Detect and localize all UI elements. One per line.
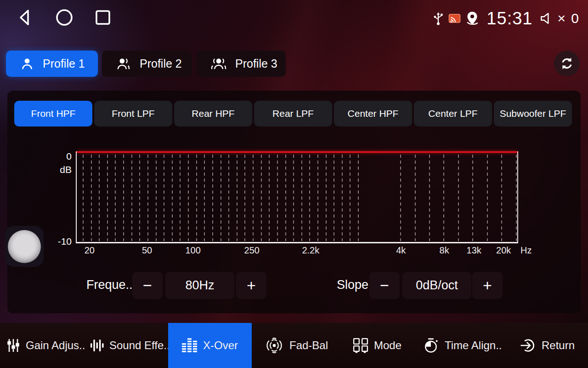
nav-time-align[interactable]: Time Align.. <box>424 323 502 368</box>
chart-gridline <box>156 155 157 241</box>
chart-gridline <box>350 155 351 241</box>
chart-gridline <box>147 155 148 241</box>
tab-subwoofer-lpf[interactable]: Subwoofer LPF <box>494 101 572 126</box>
chart-gridline <box>244 155 245 241</box>
chart-gridline <box>123 155 124 241</box>
x-tick-label: 4k <box>396 245 406 256</box>
tab-label: Center HPF <box>348 108 399 119</box>
android-recents-button[interactable] <box>92 6 114 29</box>
floating-assistive-knob[interactable] <box>5 226 44 267</box>
tab-label: Front LPF <box>112 108 154 119</box>
slope-label: Slope <box>337 278 368 292</box>
tab-label: Subwoofer LPF <box>500 108 566 119</box>
stopwatch-icon <box>424 338 439 353</box>
chart-gridline <box>212 155 213 241</box>
chart-gridline <box>487 155 488 241</box>
profile-2-button[interactable]: Profile 2 <box>102 51 192 77</box>
chart-gridline <box>400 155 401 241</box>
y-tick-minus10: -10 <box>51 236 72 247</box>
frequency-minus-button[interactable]: − <box>132 272 163 299</box>
chart-x-ticks: 20501002502.2k4k8k13k20k <box>76 245 518 257</box>
chart-gridline <box>228 155 229 241</box>
fader-balance-icon <box>265 337 284 354</box>
knob-icon <box>8 230 41 263</box>
slope-plus-button[interactable]: + <box>472 272 503 299</box>
chart-gridline <box>285 155 286 241</box>
nav-label: Gain Adjus.. <box>26 339 85 352</box>
tab-label: Center LPF <box>428 108 477 119</box>
volume-level: × 0 <box>557 11 580 26</box>
chart-gridline <box>172 155 173 241</box>
recents-icon <box>93 7 113 28</box>
android-home-button[interactable] <box>53 6 75 29</box>
tab-center-hpf[interactable]: Center HPF <box>334 101 412 126</box>
clock: 15:31 <box>486 9 532 29</box>
y-tick-0: 0 <box>51 151 72 162</box>
tab-center-lpf[interactable]: Center LPF <box>414 101 492 126</box>
chart-gridline <box>115 155 116 241</box>
chart-gridline <box>501 155 502 241</box>
frequency-plus-button[interactable]: + <box>236 272 266 299</box>
chart-gridline <box>131 155 132 241</box>
chart-gridline <box>358 155 359 241</box>
chart-gridline <box>261 155 262 241</box>
cast-icon <box>448 13 461 24</box>
y-axis-unit: dB <box>51 164 72 175</box>
nav-mode[interactable]: Mode <box>353 323 401 368</box>
profile-3-button[interactable]: Profile 3 <box>197 51 286 77</box>
slope-value: 0dB/oct <box>402 272 471 299</box>
frequency-label: Freque.. <box>86 278 133 292</box>
tab-label: Rear LPF <box>272 108 314 119</box>
chart-gridline <box>188 155 189 241</box>
chart-gridline <box>317 155 318 241</box>
tab-label: Front HPF <box>31 108 76 119</box>
profile-1-label: Profile 1 <box>43 57 85 70</box>
x-tick-label: 50 <box>142 245 152 256</box>
tab-rear-lpf[interactable]: Rear LPF <box>254 101 332 126</box>
chart-gridline <box>269 155 270 241</box>
chart-gridline <box>139 155 140 241</box>
nav-label: Sound Effe.. <box>109 339 170 352</box>
tab-front-hpf[interactable]: Front HPF <box>14 101 92 126</box>
grid-icon <box>353 338 368 353</box>
chart-gridline <box>253 155 254 241</box>
refresh-button[interactable] <box>554 51 580 76</box>
chart-gridline <box>293 155 294 241</box>
return-icon <box>520 338 536 353</box>
speaker-muted-icon <box>540 12 553 25</box>
home-icon <box>54 7 74 28</box>
nav-gain-adjust[interactable]: Gain Adjus.. <box>6 323 85 368</box>
nav-xover[interactable]: X-Over <box>168 323 252 368</box>
x-tick-label: 2.2k <box>302 245 319 256</box>
nav-label: X-Over <box>203 339 238 352</box>
nav-label: Time Align.. <box>445 339 502 352</box>
profile-3-label: Profile 3 <box>235 57 277 70</box>
chart-gridline <box>334 155 334 241</box>
nav-return[interactable]: Return <box>520 323 575 368</box>
android-back-button[interactable] <box>14 6 36 29</box>
chart-gridline <box>204 155 205 241</box>
x-tick-label: 20 <box>85 245 95 256</box>
x-tick-label: 8k <box>440 245 449 256</box>
slope-minus-button[interactable]: − <box>369 272 400 299</box>
nav-label: Fad-Bal <box>289 339 328 352</box>
chart-gridline <box>516 155 517 241</box>
chart-gridline <box>196 155 197 241</box>
chart-gridline <box>99 155 100 241</box>
chart-gridline <box>164 155 164 241</box>
tab-rear-hpf[interactable]: Rear HPF <box>174 101 252 126</box>
frequency-value: 80Hz <box>165 272 234 299</box>
chart-gridline <box>309 155 310 241</box>
nav-sound-effects[interactable]: Sound Effe.. <box>90 323 170 368</box>
tab-front-lpf[interactable]: Front LPF <box>94 101 172 126</box>
profile-2-label: Profile 2 <box>140 57 182 70</box>
chart-gridline <box>107 155 108 241</box>
profile-1-button[interactable]: Profile 1 <box>6 51 98 77</box>
sound-bars-icon <box>90 338 104 353</box>
nav-fad-bal[interactable]: Fad-Bal <box>265 323 328 368</box>
nav-label: Return <box>542 339 575 352</box>
bottom-navigation: Gain Adjus.. Sound Effe.. <box>0 323 588 368</box>
person-3-icon <box>210 57 227 71</box>
x-axis-unit: Hz <box>520 245 531 256</box>
refresh-icon <box>560 56 574 71</box>
